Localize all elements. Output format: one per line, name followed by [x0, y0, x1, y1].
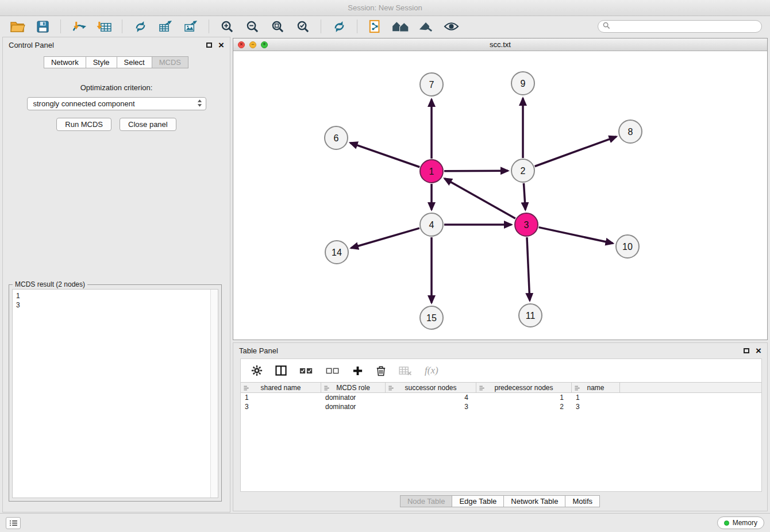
graph-node-label: 10 — [622, 242, 633, 252]
table-tab-node-table[interactable]: Node Table — [400, 495, 453, 507]
table-tab-edge-table[interactable]: Edge Table — [452, 495, 504, 507]
graph-node-label: 9 — [521, 79, 526, 88]
column-header-name[interactable]: name — [572, 383, 620, 392]
table-cell: 1 — [476, 394, 572, 402]
float-panel-icon[interactable] — [206, 43, 212, 48]
table-row[interactable]: 3dominator323 — [241, 402, 761, 411]
zoom-in-icon[interactable] — [217, 18, 237, 35]
close-panel-icon[interactable]: × — [218, 40, 224, 50]
graph-edge-4-14[interactable] — [351, 228, 419, 248]
graph-edge-1-6[interactable] — [351, 143, 420, 167]
graph-node-label: 6 — [334, 133, 339, 143]
network-view-window: scc.txt × − + 7968124314101511 — [233, 38, 768, 340]
table-panel-title: Table Panel — [239, 346, 278, 355]
network-canvas[interactable]: 7968124314101511 — [233, 51, 767, 340]
window-zoom-icon[interactable]: + — [261, 41, 268, 48]
table-row[interactable]: 1dominator411 — [241, 393, 761, 402]
network-window-titlebar[interactable]: scc.txt × − + — [233, 38, 767, 51]
graph-node-label: 7 — [429, 80, 434, 90]
table-tab-network-table[interactable]: Network Table — [503, 495, 565, 507]
search-input[interactable] — [613, 22, 757, 30]
table-cell: 1 — [241, 394, 321, 402]
network-document-icon[interactable] — [365, 18, 386, 35]
zoom-selected-icon[interactable] — [292, 18, 313, 35]
deselect-all-icon[interactable] — [326, 367, 340, 375]
criterion-select[interactable]: strongly connected component — [27, 97, 206, 110]
graph-edge-3-11[interactable] — [527, 237, 530, 300]
tab-mcds[interactable]: MCDS — [152, 56, 188, 68]
graph-node-label: 3 — [524, 220, 529, 230]
toolbar-search[interactable] — [598, 20, 762, 33]
column-header-MCDS-role[interactable]: MCDS role — [321, 383, 386, 392]
save-session-icon[interactable] — [32, 18, 53, 35]
graph-node-label: 14 — [332, 248, 342, 257]
close-table-panel-icon[interactable]: × — [756, 346, 761, 356]
home-icon[interactable] — [390, 18, 411, 35]
run-mcds-button[interactable]: Run MCDS — [56, 118, 111, 131]
graph-node-label: 8 — [628, 127, 633, 137]
float-table-panel-icon[interactable] — [744, 348, 749, 353]
mcds-result-area[interactable]: 13 — [12, 289, 218, 498]
tab-select[interactable]: Select — [117, 56, 152, 68]
search-icon — [603, 21, 610, 32]
graph-edge-1-2[interactable] — [444, 171, 508, 171]
table-cell: dominator — [321, 394, 386, 402]
mcds-result-line: 1 — [16, 291, 214, 300]
memory-button[interactable]: Memory — [717, 516, 764, 529]
window-close-icon[interactable]: × — [238, 41, 245, 48]
hide-details-icon[interactable] — [415, 18, 436, 35]
mcds-result-list: 13 — [13, 290, 218, 311]
memory-label: Memory — [733, 519, 757, 527]
control-panel-tabs: NetworkStyleSelectMCDS — [3, 56, 230, 68]
export-image-icon[interactable] — [180, 18, 201, 35]
node-table-body: 1dominator4113dominator323 — [241, 393, 761, 411]
table-tab-motifs[interactable]: Motifs — [565, 495, 600, 507]
import-table-icon[interactable] — [94, 18, 114, 35]
column-header-shared-name[interactable]: shared name — [241, 383, 321, 392]
table-cell: 3 — [386, 403, 476, 411]
node-table-header: shared nameMCDS rolesuccessor nodesprede… — [241, 382, 761, 393]
add-row-icon[interactable] — [352, 365, 363, 376]
delete-row-icon[interactable] — [376, 365, 386, 376]
table-cell: 3 — [572, 403, 620, 411]
table-cell: 1 — [572, 394, 620, 402]
toolbar-separator — [209, 20, 209, 33]
window-minimize-icon[interactable]: − — [249, 41, 256, 48]
table-panel: Table Panel × — [233, 342, 768, 511]
tab-style[interactable]: Style — [86, 56, 117, 68]
clone-network-icon[interactable] — [130, 18, 151, 35]
delete-table-icon — [399, 366, 412, 376]
settings-gear-icon[interactable] — [251, 365, 263, 376]
select-stepper-icon — [197, 99, 202, 109]
toggle-columns-icon[interactable] — [275, 365, 287, 376]
column-header-successor-nodes[interactable]: successor nodes — [386, 383, 476, 392]
import-network-icon[interactable] — [68, 18, 89, 35]
graph-node-label: 1 — [429, 167, 434, 176]
zoom-out-icon[interactable] — [242, 18, 263, 35]
refresh-view-icon[interactable] — [329, 18, 349, 35]
optimization-criterion-label: Optimization criterion: — [3, 83, 230, 92]
task-history-button[interactable] — [6, 517, 21, 529]
graph-node-label: 15 — [426, 313, 437, 323]
column-header-predecessor-nodes[interactable]: predecessor nodes — [476, 383, 572, 392]
result-scrollbar[interactable] — [210, 290, 218, 498]
window-titlebar[interactable]: Session: New Session — [0, 0, 770, 16]
graph-edge-2-8[interactable] — [535, 137, 617, 167]
open-session-icon[interactable] — [7, 18, 28, 35]
function-builder-icon[interactable]: f(x) — [425, 365, 438, 376]
graph-edge-3-10[interactable] — [539, 228, 613, 244]
graph-edge-2-3[interactable] — [523, 183, 525, 210]
control-panel: Control Panel × NetworkStyleSelectMCDS O… — [2, 37, 230, 512]
zoom-fit-icon[interactable] — [267, 18, 288, 35]
export-table-icon[interactable] — [155, 18, 176, 35]
close-panel-button[interactable]: Close panel — [120, 118, 176, 131]
table-cell: 4 — [386, 394, 476, 402]
tab-network[interactable]: Network — [44, 56, 86, 68]
network-window-title: scc.txt — [233, 40, 767, 49]
select-all-icon[interactable] — [299, 367, 313, 375]
table-cell: 2 — [476, 403, 572, 411]
show-graphics-eye-icon[interactable] — [441, 18, 461, 35]
window-title: Session: New Session — [348, 3, 422, 12]
toolbar-separator — [357, 20, 357, 33]
graph-edge-3-1[interactable] — [445, 179, 515, 218]
